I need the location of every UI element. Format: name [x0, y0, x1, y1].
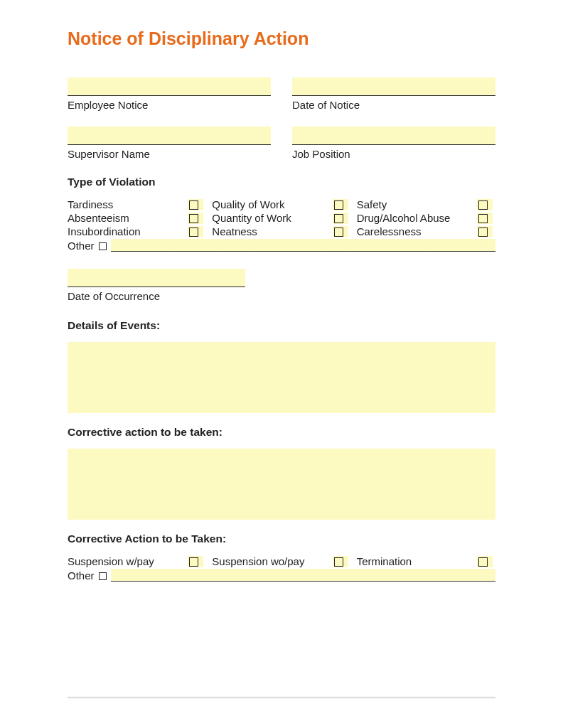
checkbox-termination[interactable]: [477, 556, 493, 567]
corrective-other-input[interactable]: [111, 569, 495, 582]
violation-label: Quantity of Work: [212, 212, 332, 224]
date-of-occurrence-input[interactable]: [68, 269, 245, 287]
details-of-events-heading: Details of Events:: [68, 319, 495, 332]
violation-label: Quality of Work: [212, 198, 332, 210]
supervisor-name-input[interactable]: [68, 127, 271, 145]
checkbox-quality-of-work[interactable]: [333, 199, 348, 210]
corrective-label: Suspension w/pay: [68, 555, 188, 567]
checkbox-violation-other[interactable]: [99, 242, 107, 250]
violation-label: Absenteeism: [68, 212, 188, 224]
page-title: Notice of Disciplinary Action: [68, 28, 495, 49]
violation-label: Neatness: [212, 225, 332, 237]
checkbox-neatness[interactable]: [333, 226, 348, 237]
checkbox-drug-alcohol-abuse[interactable]: [477, 213, 493, 224]
corrective-label: Termination: [357, 555, 477, 567]
violation-label: Safety: [357, 198, 477, 210]
corrective-action-heading-1: Corrective action to be taken:: [68, 426, 495, 439]
checkbox-absenteeism[interactable]: [188, 213, 203, 224]
violation-label: Drug/Alcohol Abuse: [357, 212, 477, 224]
type-of-violation-heading: Type of Violation: [68, 176, 495, 188]
checkbox-safety[interactable]: [477, 199, 493, 210]
violation-other-input[interactable]: [111, 239, 495, 252]
employee-notice-input[interactable]: [68, 77, 271, 96]
checkbox-quantity-of-work[interactable]: [333, 213, 348, 224]
corrective-action-input[interactable]: [68, 449, 495, 520]
details-of-events-input[interactable]: [68, 342, 495, 413]
employee-notice-label: Employee Notice: [68, 99, 271, 111]
checkbox-carelessness[interactable]: [477, 226, 493, 237]
checkbox-insubordination[interactable]: [188, 226, 203, 237]
supervisor-name-label: Supervisor Name: [68, 148, 271, 160]
checkbox-corrective-other[interactable]: [99, 572, 107, 580]
checkbox-suspension-w-pay[interactable]: [188, 556, 203, 567]
date-of-occurrence-label: Date of Occurrence: [68, 290, 495, 302]
violation-label: Carelessness: [357, 225, 477, 237]
corrective-label: Suspension wo/pay: [212, 555, 332, 567]
checkbox-suspension-wo-pay[interactable]: [333, 556, 348, 567]
job-position-label: Job Position: [292, 148, 495, 160]
date-of-notice-input[interactable]: [292, 77, 495, 96]
violation-label: Tardiness: [68, 198, 188, 210]
violation-other-label: Other: [68, 240, 95, 252]
footer-divider: [68, 697, 495, 698]
checkbox-tardiness[interactable]: [188, 199, 203, 210]
corrective-actions-grid: Suspension w/pay Suspension wo/pay Termi…: [68, 555, 495, 567]
violation-label: Insubordination: [68, 225, 188, 237]
date-of-notice-label: Date of Notice: [292, 99, 495, 111]
violations-grid: Tardiness Quality of Work Safety Absente…: [68, 198, 495, 237]
job-position-input[interactable]: [292, 127, 495, 145]
corrective-action-heading-2: Corrective Action to be Taken:: [68, 532, 495, 545]
corrective-other-label: Other: [68, 569, 95, 582]
